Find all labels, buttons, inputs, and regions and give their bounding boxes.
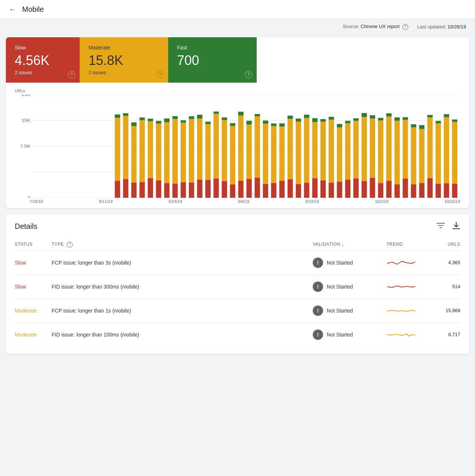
svg-rect-43 <box>205 124 211 179</box>
type-help-icon[interactable]: ? <box>67 242 73 248</box>
svg-rect-87 <box>329 183 334 198</box>
svg-rect-111 <box>395 184 400 198</box>
svg-rect-102 <box>370 178 375 198</box>
svg-rect-57 <box>246 179 252 197</box>
slow-help-icon[interactable]: ? <box>68 71 75 78</box>
svg-rect-13 <box>123 115 128 179</box>
svg-rect-27 <box>164 183 169 198</box>
type-cell: FCP issue: longer than 1s (mobile) <box>52 308 313 314</box>
svg-rect-29 <box>164 118 169 122</box>
validation-cell: ! Not Started <box>313 282 386 292</box>
svg-rect-40 <box>197 118 202 179</box>
svg-rect-60 <box>254 177 260 198</box>
header: ← Mobile <box>0 0 475 19</box>
urls-cell: 514 <box>431 284 460 289</box>
col-urls: URLs <box>431 242 460 248</box>
svg-rect-92 <box>337 124 342 127</box>
svg-rect-127 <box>436 123 441 183</box>
svg-rect-125 <box>427 115 433 117</box>
slow-tile: Slow 4.56K 2 issues ? <box>6 37 80 83</box>
svg-rect-108 <box>386 180 391 197</box>
fast-help-icon[interactable]: ? <box>245 71 252 78</box>
svg-rect-79 <box>304 118 309 183</box>
moderate-label: Moderate <box>89 45 159 51</box>
svg-rect-98 <box>353 118 358 121</box>
svg-rect-62 <box>254 114 260 116</box>
slow-label: Slow <box>15 45 71 51</box>
download-icon[interactable] <box>452 221 460 231</box>
svg-rect-119 <box>411 124 416 127</box>
svg-rect-55 <box>238 115 243 180</box>
validation-label: Not Started <box>327 260 353 266</box>
svg-rect-63 <box>263 184 268 198</box>
svg-rect-75 <box>296 184 301 197</box>
svg-rect-38 <box>189 116 194 119</box>
svg-rect-95 <box>345 121 350 123</box>
svg-rect-64 <box>263 123 268 183</box>
col-validation[interactable]: Validation ↓ <box>313 242 386 248</box>
chrome-ux-help-icon[interactable]: ? <box>402 24 408 30</box>
svg-rect-86 <box>320 119 326 121</box>
svg-rect-76 <box>296 121 301 184</box>
svg-rect-53 <box>230 123 235 126</box>
svg-rect-30 <box>172 183 177 198</box>
svg-text:0: 0 <box>28 196 31 198</box>
svg-rect-33 <box>181 182 186 197</box>
svg-rect-77 <box>296 118 301 122</box>
status-cell: Moderate <box>15 332 52 338</box>
svg-rect-105 <box>378 183 383 198</box>
svg-rect-90 <box>337 182 342 198</box>
svg-rect-45 <box>214 178 219 198</box>
svg-rect-116 <box>403 117 408 120</box>
status-cell: Slow <box>15 284 52 290</box>
svg-rect-112 <box>395 121 400 184</box>
svg-rect-34 <box>181 123 186 182</box>
svg-rect-15 <box>131 183 136 198</box>
x-label-4: 9/6/19 <box>238 199 250 204</box>
x-label-6: 10/2/19 <box>375 199 389 204</box>
status-cell: Slow <box>15 260 52 266</box>
moderate-value: 15.8K <box>89 53 159 68</box>
chrome-ux-label: Chrome UX report <box>361 24 399 29</box>
svg-rect-14 <box>123 113 128 115</box>
speed-summary-card: Slow 4.56K 2 issues ? Moderate 15.8K 2 i… <box>6 37 469 208</box>
not-started-icon: ! <box>313 330 323 340</box>
svg-rect-11 <box>115 114 120 118</box>
svg-rect-82 <box>312 122 318 178</box>
svg-rect-126 <box>436 183 441 197</box>
validation-label: Not Started <box>327 284 353 290</box>
svg-rect-114 <box>403 178 408 197</box>
x-axis-labels: 7/29/19 8/11/19 8/24/19 9/6/19 9/19/19 1… <box>15 198 460 204</box>
svg-rect-129 <box>444 183 449 198</box>
svg-rect-104 <box>370 115 375 118</box>
fast-tile: Fast 700 ? <box>168 37 257 83</box>
col-type: Type ? <box>52 242 313 248</box>
table-row: Slow FCP issue: longer than 3s (mobile) … <box>15 251 460 275</box>
back-button[interactable]: ← <box>9 5 16 14</box>
svg-rect-59 <box>246 121 252 124</box>
x-label-1: 7/29/19 <box>30 199 43 204</box>
urls-cell: 8,717 <box>431 332 460 337</box>
svg-rect-115 <box>403 120 408 178</box>
svg-rect-68 <box>271 123 276 126</box>
filter-icon[interactable] <box>437 222 445 231</box>
moderate-help-icon[interactable]: ? <box>156 71 164 78</box>
svg-rect-50 <box>222 117 227 120</box>
svg-rect-118 <box>411 127 416 184</box>
svg-rect-99 <box>361 181 367 197</box>
svg-rect-65 <box>263 120 268 123</box>
svg-rect-32 <box>172 116 177 119</box>
svg-rect-22 <box>148 121 153 178</box>
svg-text:7.5K: 7.5K <box>20 144 30 149</box>
svg-rect-80 <box>304 114 309 118</box>
svg-rect-19 <box>139 120 145 182</box>
svg-rect-28 <box>164 122 169 183</box>
fast-value: 700 <box>177 53 248 68</box>
speed-tiles: Slow 4.56K 2 issues ? Moderate 15.8K 2 i… <box>6 37 469 83</box>
svg-rect-131 <box>444 114 449 117</box>
svg-rect-39 <box>197 179 202 198</box>
table-row: Moderate FID issue: longer than 100ms (m… <box>15 323 460 346</box>
type-cell: FID issue: longer than 300ms (mobile) <box>52 284 313 290</box>
urls-cell: 15,969 <box>431 308 460 313</box>
svg-rect-124 <box>427 117 433 178</box>
